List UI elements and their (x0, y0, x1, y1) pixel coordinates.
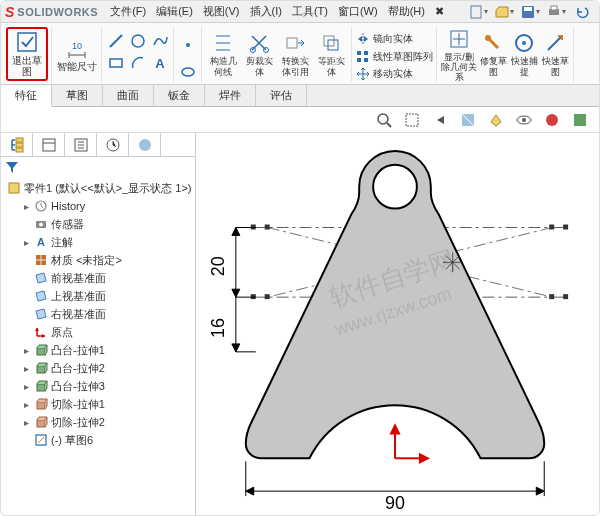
tab-features[interactable]: 特征 (1, 85, 52, 107)
fm-tab-dimxpert[interactable] (97, 133, 129, 156)
exit-sketch-button[interactable]: 退出草图 (6, 27, 48, 81)
convert-entities-button[interactable]: 构造几何线 (206, 28, 240, 82)
tree-root[interactable]: 零件1 (默认<<默认>_显示状态 1>) (5, 179, 195, 197)
point-button[interactable] (178, 35, 198, 55)
menu-close[interactable]: ✖ (431, 5, 448, 18)
qat-open[interactable] (493, 3, 515, 21)
tree-item-label: 材质 <未指定> (51, 253, 122, 268)
move-entities-button[interactable]: 移动实体 (356, 66, 413, 82)
tree-item[interactable]: 前视基准面 (5, 269, 195, 287)
menu-insert[interactable]: 插入(I) (246, 4, 286, 19)
tree-item[interactable]: ▸切除-拉伸2 (5, 413, 195, 431)
arc-button[interactable] (128, 53, 148, 73)
move-icon (356, 67, 370, 81)
convert-entities-icon (212, 32, 234, 54)
linear-pattern-button[interactable]: 线性草图阵列 (356, 49, 433, 65)
svg-rect-26 (406, 114, 418, 126)
qat-new[interactable] (467, 3, 489, 21)
linear-pattern-label: 线性草图阵列 (373, 50, 433, 64)
tree-item[interactable]: ▸History (5, 197, 195, 215)
material-icon (34, 253, 48, 267)
property-manager-icon (41, 137, 57, 153)
cut-icon (34, 397, 48, 411)
quick-access-toolbar (467, 3, 599, 21)
feature-tree[interactable]: 零件1 (默认<<默认>_显示状态 1>) ▸History 传感器▸A注解 材… (1, 177, 195, 515)
fm-tab-config[interactable] (65, 133, 97, 156)
tab-evaluate[interactable]: 评估 (256, 85, 307, 106)
tree-item[interactable]: 右视基准面 (5, 305, 195, 323)
tree-item[interactable]: 传感器 (5, 215, 195, 233)
rect-button[interactable] (106, 53, 126, 73)
tab-sketch[interactable]: 草图 (52, 85, 103, 106)
expand-icon[interactable]: ▸ (21, 201, 31, 212)
tab-weldments[interactable]: 焊件 (205, 85, 256, 106)
expand-icon[interactable]: ▸ (21, 381, 31, 392)
ellipse-button[interactable] (178, 62, 198, 82)
expand-icon[interactable]: ▸ (21, 237, 31, 248)
hide-show-button[interactable] (513, 109, 535, 131)
circle-button[interactable] (128, 31, 148, 51)
trim-entities-button[interactable]: 剪裁实体 (242, 28, 276, 82)
qat-print[interactable] (545, 3, 567, 21)
heads-up-toolbar (1, 107, 599, 133)
spline-button[interactable] (150, 31, 170, 51)
plane-icon (34, 307, 48, 321)
menu-view[interactable]: 视图(V) (199, 4, 244, 19)
expand-icon[interactable]: ▸ (21, 363, 31, 374)
config-manager-icon (73, 137, 89, 153)
svg-rect-18 (364, 51, 368, 55)
fm-tab-display[interactable] (129, 133, 161, 156)
section-view-button[interactable] (457, 109, 479, 131)
expand-icon[interactable]: ▸ (21, 345, 31, 356)
zoom-area-button[interactable] (401, 109, 423, 131)
arc-icon (130, 55, 146, 71)
tree-item[interactable]: ▸凸台-拉伸2 (5, 359, 195, 377)
prev-view-button[interactable] (429, 109, 451, 131)
quick-snap-button[interactable]: 快速捕捉 (509, 28, 539, 82)
smart-dimension-button[interactable]: 10 智能尺寸 (56, 27, 98, 81)
filter-icon[interactable] (5, 160, 19, 174)
tree-item[interactable]: ▸凸台-拉伸1 (5, 341, 195, 359)
repair-sketch-button[interactable]: 修复草图 (478, 28, 508, 82)
qat-undo[interactable] (571, 3, 593, 21)
tree-item[interactable]: 上视基准面 (5, 287, 195, 305)
svg-rect-5 (18, 33, 36, 51)
tree-item[interactable]: (-) 草图6 (5, 431, 195, 449)
zoom-fit-button[interactable] (373, 109, 395, 131)
circle-icon (130, 33, 146, 49)
offset-entities-button[interactable]: 等距实体 (314, 28, 348, 82)
menu-edit[interactable]: 编辑(E) (152, 4, 197, 19)
graphics-area[interactable]: 20 16 90 软件自学网 www.rjzxw.com (196, 133, 599, 515)
edit-appearance-button[interactable] (541, 109, 563, 131)
tab-sheetmetal[interactable]: 钣金 (154, 85, 205, 106)
menu-help[interactable]: 帮助(H) (384, 4, 429, 19)
convert-body-button[interactable]: 转换实体引用 (278, 28, 312, 82)
mirror-button[interactable]: 镜向实体 (356, 31, 413, 47)
ribbon-group-exit: 退出草图 (3, 27, 52, 82)
tree-item[interactable]: 材质 <未指定> (5, 251, 195, 269)
show-delete-relations-button[interactable]: 显示/删除几何关系 (441, 28, 477, 82)
fm-tab-property[interactable] (33, 133, 65, 156)
hide-show-icon (516, 112, 532, 128)
expand-icon[interactable]: ▸ (21, 399, 31, 410)
menu-window[interactable]: 窗口(W) (334, 4, 382, 19)
qat-save[interactable] (519, 3, 541, 21)
tree-item[interactable]: ▸凸台-拉伸3 (5, 377, 195, 395)
annotations-icon: A (34, 235, 48, 249)
rect-icon (108, 55, 124, 71)
tree-item[interactable]: 原点 (5, 323, 195, 341)
line-button[interactable] (106, 31, 126, 51)
fm-tab-tree[interactable] (1, 133, 33, 156)
text-button[interactable]: A (150, 53, 170, 73)
expand-icon[interactable]: ▸ (21, 417, 31, 428)
rapid-sketch-button[interactable]: 快速草图 (540, 28, 570, 82)
tree-item[interactable]: ▸A注解 (5, 233, 195, 251)
convert-entities-label: 构造几何线 (206, 56, 240, 78)
tree-item[interactable]: ▸切除-拉伸1 (5, 395, 195, 413)
display-style-button[interactable] (485, 109, 507, 131)
menu-tools[interactable]: 工具(T) (288, 4, 332, 19)
tab-surfaces[interactable]: 曲面 (103, 85, 154, 106)
apply-scene-button[interactable] (569, 109, 591, 131)
svg-rect-19 (357, 58, 361, 62)
menu-file[interactable]: 文件(F) (106, 4, 150, 19)
